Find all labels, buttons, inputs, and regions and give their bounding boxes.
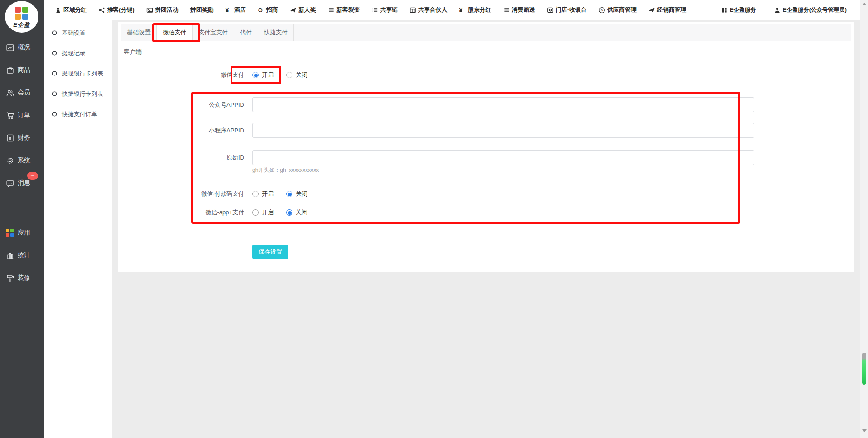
recycle-icon: ♻ bbox=[258, 7, 264, 14]
svg-text:S: S bbox=[601, 8, 603, 12]
field-label-appid: 公众号APPID bbox=[118, 97, 244, 112]
topnav-item[interactable]: 拼团活动 bbox=[146, 6, 179, 14]
logo-text: E企盈 bbox=[13, 21, 30, 29]
lines-icon bbox=[503, 7, 510, 14]
topnav-item-label: 共享链 bbox=[380, 6, 398, 14]
topnav-item-label: 股东分红 bbox=[468, 6, 491, 14]
scrollbar-track[interactable] bbox=[860, 0, 868, 438]
original-id-input[interactable] bbox=[252, 150, 754, 165]
radio-circle-icon bbox=[252, 209, 259, 216]
tab-快捷支付[interactable]: 快捷支付 bbox=[258, 24, 294, 41]
sidebar-item-label: 概况 bbox=[18, 43, 30, 52]
content-area: 基础设置微信支付支付宝支付代付快捷支付 客户端 微信支付 开启关闭 公众号APP… bbox=[112, 20, 860, 438]
radio-option-关闭[interactable]: 关闭 bbox=[286, 190, 307, 198]
topnav-item[interactable]: S供应商管理 bbox=[599, 6, 637, 14]
tab-支付宝支付[interactable]: 支付宝支付 bbox=[193, 24, 234, 41]
account-entry[interactable]: E企盈服务(公众号管理员) bbox=[774, 6, 847, 14]
jet-icon bbox=[648, 7, 655, 14]
admin-page: E企盈 概况商品会员订单财务系统消息...应用统计装修 区域分红推客(分销)拼团… bbox=[0, 0, 868, 438]
yen-icon: ¥ bbox=[459, 7, 466, 14]
sidebar-item-label: 订单 bbox=[18, 111, 30, 119]
field-label-original-id: 原始ID bbox=[118, 150, 244, 165]
topbar-right: E企盈服务 E企盈服务(公众号管理员) bbox=[721, 6, 847, 14]
logo[interactable]: E企盈 bbox=[5, 1, 38, 33]
radio-circle-icon bbox=[286, 72, 292, 78]
topnav-item[interactable]: 共享合伙人 bbox=[410, 6, 448, 14]
appid-row: 公众号APPID bbox=[118, 97, 854, 112]
submenu-item-label: 提现记录 bbox=[62, 49, 85, 57]
sidebar-item-系统[interactable]: 系统 bbox=[0, 149, 44, 172]
radio-option-开启[interactable]: 开启 bbox=[252, 190, 274, 198]
apps-grid-icon bbox=[6, 229, 14, 237]
sidebar-item-应用[interactable]: 应用 bbox=[0, 221, 44, 244]
radio-circle-icon bbox=[252, 191, 259, 197]
radio-option-开启[interactable]: 开启 bbox=[252, 71, 274, 79]
radio-option-label: 开启 bbox=[262, 208, 274, 217]
list-icon bbox=[372, 7, 378, 14]
topnav-item-label: 新人奖 bbox=[298, 6, 316, 14]
sidebar-item-会员[interactable]: 会员 bbox=[0, 81, 44, 104]
submenu-item-提现记录[interactable]: 提现记录 bbox=[44, 43, 112, 63]
submenu: 基础设置提现记录提现银行卡列表快捷银行卡列表快捷支付订单 bbox=[44, 20, 112, 438]
sidebar-item-label: 消息 bbox=[18, 179, 30, 187]
topnav-item[interactable]: 拼团奖励 bbox=[190, 6, 214, 14]
circle-icon bbox=[52, 91, 57, 97]
goods-bag-icon bbox=[6, 66, 14, 75]
sidebar-item-label: 装修 bbox=[18, 274, 30, 282]
radio-option-开启[interactable]: 开启 bbox=[252, 208, 274, 217]
radio-option-label: 关闭 bbox=[296, 190, 307, 198]
scrollbar-thumb[interactable] bbox=[862, 353, 866, 385]
sidebar-item-订单[interactable]: 订单 bbox=[0, 104, 44, 127]
field-label-wechat-pay: 微信支付 bbox=[118, 71, 244, 80]
storefront-icon bbox=[547, 7, 554, 14]
mini-appid-input[interactable] bbox=[252, 123, 754, 138]
sidebar-item-财务[interactable]: 财务 bbox=[0, 127, 44, 149]
tab-微信支付[interactable]: 微信支付 bbox=[157, 24, 193, 41]
radio-option-关闭[interactable]: 关闭 bbox=[286, 208, 307, 217]
sidebar-item-label: 系统 bbox=[18, 156, 30, 165]
topnav-item[interactable]: 区域分红 bbox=[55, 6, 87, 14]
yen-icon: ¥ bbox=[226, 7, 232, 14]
radio-option-关闭[interactable]: 关闭 bbox=[286, 71, 307, 79]
save-settings-button[interactable]: 保存设置 bbox=[252, 245, 288, 259]
submenu-item-提现银行卡列表[interactable]: 提现银行卡列表 bbox=[44, 63, 112, 84]
image-icon bbox=[146, 7, 153, 14]
service-entry[interactable]: E企盈服务 bbox=[721, 6, 756, 14]
topnav-item-label: 经销商管理 bbox=[657, 6, 686, 14]
topnav-item[interactable]: 新人奖 bbox=[290, 6, 316, 14]
radio-option-label: 开启 bbox=[262, 190, 274, 198]
sidebar-item-消息[interactable]: 消息... bbox=[0, 172, 44, 194]
topnav-item[interactable]: ♻招商 bbox=[258, 6, 278, 14]
topnav-item[interactable]: ¥酒店 bbox=[226, 6, 246, 14]
topnav-item-label: 门店-收银台 bbox=[556, 6, 587, 14]
topnav-item[interactable]: 门店-收银台 bbox=[547, 6, 587, 14]
submenu-item-基础设置[interactable]: 基础设置 bbox=[44, 23, 112, 43]
topnav-item[interactable]: 新客裂变 bbox=[328, 6, 360, 14]
tab-代付[interactable]: 代付 bbox=[234, 24, 258, 41]
scroll-down-arrow-icon[interactable] bbox=[862, 429, 867, 432]
tab-基础设置[interactable]: 基础设置 bbox=[121, 24, 157, 41]
sidebar-nav: 概况商品会员订单财务系统消息...应用统计装修 bbox=[0, 36, 44, 289]
sidebar-item-商品[interactable]: 商品 bbox=[0, 59, 44, 81]
topnav-item[interactable]: ¥股东分红 bbox=[459, 6, 491, 14]
sidebar-item-装修[interactable]: 装修 bbox=[0, 267, 44, 289]
field-label-scan-pay: 微信-付款码支付 bbox=[118, 189, 244, 198]
share-icon bbox=[99, 7, 105, 14]
mini-appid-row: 小程序APPID bbox=[118, 123, 854, 138]
submenu-item-快捷银行卡列表[interactable]: 快捷银行卡列表 bbox=[44, 84, 112, 104]
sidebar-item-统计[interactable]: 统计 bbox=[0, 244, 44, 267]
topnav-item[interactable]: 推客(分销) bbox=[99, 6, 135, 14]
sidebar-item-概况[interactable]: 概况 bbox=[0, 36, 44, 59]
appid-input[interactable] bbox=[252, 97, 754, 112]
topnav-item[interactable]: 经销商管理 bbox=[648, 6, 686, 14]
submenu-item-快捷支付订单[interactable]: 快捷支付订单 bbox=[44, 104, 112, 124]
topnav-item[interactable]: 消费赠送 bbox=[503, 6, 535, 14]
radio-option-label: 关闭 bbox=[296, 208, 307, 217]
stats-icon bbox=[6, 251, 14, 260]
scroll-up-arrow-icon[interactable] bbox=[862, 3, 867, 5]
topnav-item-label: 招商 bbox=[266, 6, 278, 14]
jet-icon bbox=[290, 7, 297, 14]
dashboard-icon bbox=[721, 7, 728, 14]
radio-circle-icon bbox=[252, 72, 259, 78]
topnav-item[interactable]: 共享链 bbox=[372, 6, 398, 14]
